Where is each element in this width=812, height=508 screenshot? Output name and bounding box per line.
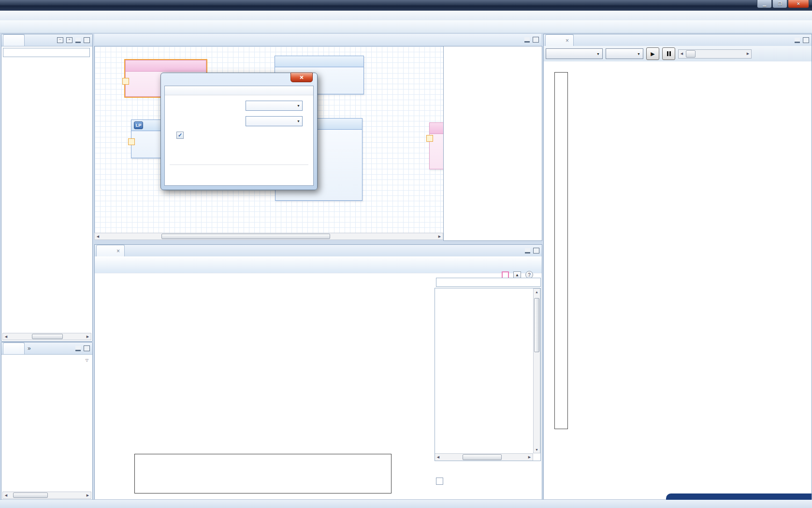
- color-scale-labels: [571, 72, 600, 428]
- main-toolbar: [0, 20, 812, 33]
- chevron-down-icon: ▼: [297, 120, 300, 123]
- 3d-tab-strip: ×: [544, 34, 812, 46]
- peaks-dialog[interactable]: ✕ ▼ ▼ ✓: [160, 73, 318, 190]
- cross-plot-checkbox[interactable]: [436, 478, 443, 485]
- scroll-right-icon[interactable]: ▶: [85, 333, 91, 340]
- close-icon[interactable]: ×: [116, 248, 120, 254]
- progress-view: » ▽ ◀ ▶: [1, 342, 93, 500]
- scroll-left-icon[interactable]: ◀: [435, 454, 441, 461]
- simulation-info-overlay: [666, 493, 812, 500]
- title-bar: ▁ ❐ ✕: [0, 0, 812, 11]
- scroll-down-icon[interactable]: ▼: [534, 447, 540, 453]
- maximize-window-button[interactable]: ❐: [772, 0, 787, 8]
- chevron-down-icon: ▼: [297, 104, 300, 107]
- play-button[interactable]: ▶: [646, 47, 659, 60]
- navigator-hscrollbar[interactable]: ◀ ▶: [2, 333, 91, 340]
- plot-view: × ▲ ? ▲ ▼ ◀: [94, 244, 542, 500]
- maximize-view-icon[interactable]: [84, 345, 90, 351]
- scroll-left-icon[interactable]: ◀: [95, 233, 101, 239]
- tab-3d-view[interactable]: ×: [545, 34, 574, 46]
- chevron-down-icon: ▼: [596, 52, 600, 56]
- slider-left-icon[interactable]: ◀: [679, 51, 685, 57]
- signal-tree-hscrollbar[interactable]: ◀ ▶: [435, 453, 533, 461]
- use-mean-checkbox[interactable]: ✓: [176, 132, 184, 139]
- minimize-view-icon[interactable]: [795, 38, 800, 43]
- progress-hscrollbar[interactable]: ◀ ▶: [2, 492, 91, 499]
- canvas-hscrollbar[interactable]: ◀ ▶: [94, 233, 443, 240]
- navigator-filter-input[interactable]: [3, 48, 90, 57]
- tab-plot[interactable]: ×: [96, 245, 125, 256]
- signal-tree: [435, 288, 533, 453]
- tab-navigator[interactable]: [3, 34, 25, 46]
- signal-tree-panel: ▲ ▼ ◀ ▶: [435, 288, 541, 461]
- minimize-view-icon[interactable]: [75, 346, 81, 351]
- maximize-view-icon[interactable]: [533, 37, 539, 43]
- minimize-view-icon[interactable]: [524, 37, 530, 43]
- maxima-minima-select[interactable]: ▼: [246, 101, 303, 111]
- color-scale-bar: [554, 72, 568, 429]
- maximize-view-icon[interactable]: [84, 37, 90, 43]
- slider-right-icon[interactable]: ▶: [745, 51, 751, 57]
- scroll-right-icon[interactable]: ▶: [526, 454, 533, 461]
- close-icon[interactable]: ×: [566, 37, 569, 44]
- view-menu-icon[interactable]: ▽: [86, 358, 88, 362]
- menu-bar: [0, 11, 812, 21]
- node-sta[interactable]: [429, 122, 444, 169]
- dialog-close-button[interactable]: ✕: [290, 73, 313, 82]
- hidden-tabs-chevron[interactable]: »: [28, 345, 31, 353]
- minimize-view-icon[interactable]: [525, 248, 530, 254]
- maximize-view-icon[interactable]: [533, 248, 539, 254]
- editor-tab-strip: [94, 34, 541, 46]
- status-bar: [0, 499, 812, 508]
- animation-slider[interactable]: ◀ ▶: [678, 49, 752, 59]
- scroll-right-icon[interactable]: ▶: [85, 492, 91, 498]
- expand-all-icon[interactable]: +: [66, 37, 72, 43]
- scroll-left-icon[interactable]: ◀: [3, 492, 9, 498]
- node-sta-in-port[interactable]: [426, 135, 433, 142]
- node-peaks-in-port[interactable]: [122, 78, 129, 85]
- close-window-button[interactable]: ✕: [788, 0, 809, 8]
- local-global-select[interactable]: ▼: [246, 116, 303, 126]
- 3d-viewport[interactable]: [544, 61, 812, 500]
- minimize-view-icon[interactable]: [75, 38, 81, 43]
- progress-message: [1, 365, 92, 371]
- signal-filter-input[interactable]: [436, 278, 541, 287]
- application-window: ▁ ❐ ✕ − + ◀ ▶: [0, 0, 812, 508]
- 3d-view: × ▼ ▼ ▶ ◀ ▶: [543, 34, 812, 500]
- 3d-toolbar: ▼ ▼ ▶ ◀ ▶: [544, 46, 812, 62]
- pause-button[interactable]: [662, 47, 675, 60]
- navigator-tab-strip: − +: [1, 34, 92, 46]
- plot-tab-strip: ×: [95, 245, 542, 257]
- signal-tree-vscrollbar[interactable]: ▲ ▼: [533, 288, 540, 453]
- condition-select[interactable]: ▼: [546, 48, 603, 59]
- mode-select[interactable]: ▼: [606, 48, 643, 59]
- scroll-right-icon[interactable]: ▶: [436, 233, 443, 239]
- chart-legend: [134, 454, 392, 493]
- scroll-left-icon[interactable]: ◀: [3, 333, 9, 340]
- palette-view: [443, 46, 542, 241]
- node-lowpass-in-port[interactable]: [128, 138, 135, 145]
- chevron-down-icon: ▼: [637, 52, 640, 56]
- navigator-tree: [1, 59, 92, 320]
- lowpass-badge-icon: LP: [134, 121, 143, 129]
- progress-tab-strip: »: [1, 343, 92, 355]
- tab-progress[interactable]: [3, 343, 25, 354]
- collapse-all-icon[interactable]: −: [57, 37, 63, 43]
- maximize-view-icon[interactable]: [803, 37, 809, 43]
- minimize-window-button[interactable]: ▁: [757, 0, 772, 8]
- navigator-view: − + ◀ ▶: [1, 34, 93, 342]
- dialog-title-bar[interactable]: ✕: [161, 73, 317, 86]
- timeseries-chart: [96, 270, 434, 476]
- scroll-up-icon[interactable]: ▲: [534, 289, 540, 295]
